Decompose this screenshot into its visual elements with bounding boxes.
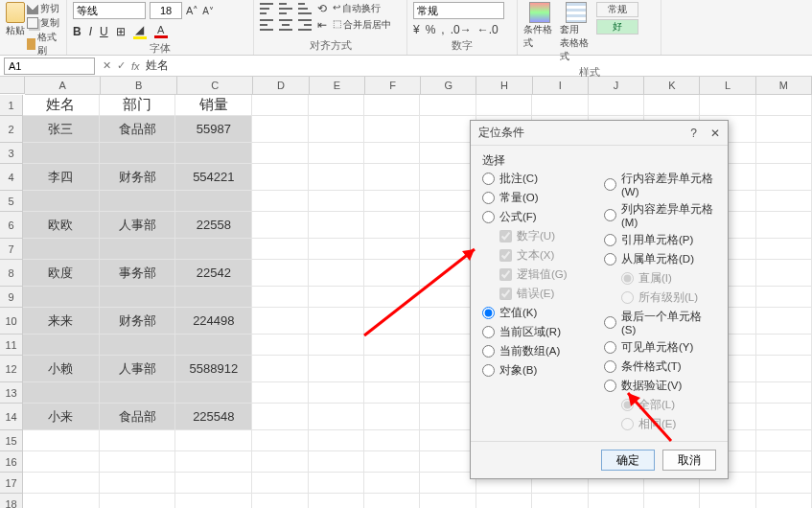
cell[interactable] bbox=[252, 494, 308, 508]
radio-object[interactable]: 对象(B) bbox=[482, 363, 594, 378]
cell[interactable] bbox=[175, 451, 252, 473]
cell[interactable] bbox=[756, 335, 812, 356]
cell[interactable] bbox=[364, 308, 420, 335]
cell[interactable] bbox=[476, 494, 532, 508]
cell[interactable]: 食品部 bbox=[100, 116, 176, 143]
radio-formula[interactable]: 公式(F) bbox=[482, 210, 594, 224]
cell[interactable] bbox=[100, 473, 176, 494]
column-header[interactable]: I bbox=[533, 77, 589, 94]
cell[interactable] bbox=[364, 260, 420, 287]
bold-button[interactable]: B bbox=[73, 25, 81, 38]
font-name-select[interactable] bbox=[73, 2, 146, 19]
cell-style-good[interactable]: 好 bbox=[596, 19, 638, 35]
cell[interactable] bbox=[420, 494, 476, 508]
cell[interactable] bbox=[252, 116, 308, 143]
format-painter-button[interactable]: 格式刷 bbox=[27, 31, 60, 58]
row-header[interactable]: 4 bbox=[0, 164, 23, 191]
cell[interactable] bbox=[309, 382, 364, 404]
cell[interactable] bbox=[252, 430, 308, 451]
radio-coldiff[interactable]: 列内容差异单元格(M) bbox=[604, 202, 716, 228]
row-header[interactable]: 9 bbox=[0, 287, 23, 308]
merge-center-button[interactable]: ⬚合并后居中 bbox=[333, 18, 391, 32]
cell[interactable] bbox=[756, 473, 812, 494]
cell[interactable] bbox=[23, 494, 100, 508]
radio-blank[interactable]: 空值(K) bbox=[482, 306, 594, 320]
radio-visible[interactable]: 可见单元格(Y) bbox=[604, 340, 716, 355]
row-header[interactable]: 1 bbox=[0, 95, 23, 116]
cell[interactable] bbox=[252, 260, 308, 287]
cell[interactable] bbox=[420, 143, 476, 164]
cell[interactable]: 小赖 bbox=[23, 356, 100, 382]
row-header[interactable]: 7 bbox=[0, 239, 23, 260]
column-header[interactable]: A bbox=[25, 77, 101, 94]
column-header[interactable]: L bbox=[700, 77, 755, 94]
radio-precedent[interactable]: 引用单元格(P) bbox=[604, 233, 716, 247]
cell[interactable] bbox=[175, 191, 252, 212]
cell[interactable] bbox=[309, 116, 364, 143]
cell[interactable] bbox=[756, 494, 812, 508]
accounting-button[interactable]: ¥ bbox=[413, 23, 420, 36]
cell[interactable] bbox=[756, 116, 812, 143]
cell[interactable] bbox=[420, 356, 476, 382]
cell[interactable] bbox=[364, 451, 420, 473]
cell[interactable] bbox=[309, 473, 364, 494]
cell[interactable] bbox=[252, 191, 308, 212]
cell[interactable] bbox=[23, 382, 100, 404]
align-center-icon[interactable] bbox=[279, 19, 292, 31]
cell[interactable] bbox=[756, 143, 812, 164]
cell[interactable] bbox=[309, 143, 364, 164]
radio-datavalid[interactable]: 数据验证(V) bbox=[604, 379, 716, 393]
column-header[interactable]: G bbox=[421, 77, 476, 94]
cell[interactable]: 55987 bbox=[175, 116, 252, 143]
cell[interactable] bbox=[23, 143, 100, 164]
column-header[interactable]: H bbox=[476, 77, 532, 94]
column-header[interactable]: F bbox=[365, 77, 421, 94]
cell[interactable] bbox=[309, 260, 364, 287]
cell[interactable] bbox=[532, 95, 588, 116]
cell[interactable] bbox=[309, 191, 364, 212]
cell[interactable] bbox=[756, 430, 812, 451]
cell[interactable]: 事务部 bbox=[100, 260, 176, 287]
column-header[interactable]: K bbox=[644, 77, 700, 94]
cut-button[interactable]: 剪切 bbox=[27, 2, 60, 15]
cell[interactable]: 225548 bbox=[175, 404, 252, 430]
cell[interactable] bbox=[23, 451, 100, 473]
fill-color-button[interactable]: ◢ bbox=[133, 23, 147, 39]
cell[interactable] bbox=[364, 143, 420, 164]
column-header[interactable]: J bbox=[589, 77, 644, 94]
radio-array[interactable]: 当前数组(A) bbox=[482, 344, 594, 358]
radio-condfmt[interactable]: 条件格式(T) bbox=[604, 359, 716, 374]
cell[interactable]: 张三 bbox=[23, 116, 100, 143]
cell[interactable]: 来来 bbox=[23, 308, 100, 335]
ok-button[interactable]: 确定 bbox=[601, 450, 655, 471]
row-header[interactable]: 13 bbox=[0, 382, 23, 404]
cell[interactable] bbox=[100, 335, 176, 356]
cell[interactable] bbox=[756, 356, 812, 382]
cell[interactable] bbox=[364, 191, 420, 212]
cell[interactable] bbox=[364, 404, 420, 430]
cell[interactable]: 22558 bbox=[175, 212, 252, 239]
align-right-icon[interactable] bbox=[298, 19, 312, 31]
cell[interactable] bbox=[175, 430, 252, 451]
row-header[interactable]: 8 bbox=[0, 260, 23, 287]
column-header[interactable]: B bbox=[101, 77, 176, 94]
cell[interactable] bbox=[100, 430, 176, 451]
cell[interactable] bbox=[100, 239, 176, 260]
cell[interactable]: 人事部 bbox=[100, 356, 176, 382]
cell[interactable] bbox=[364, 164, 420, 191]
cell[interactable] bbox=[309, 494, 364, 508]
dialog-help-icon[interactable]: ? bbox=[690, 127, 697, 140]
cell[interactable] bbox=[420, 430, 476, 451]
cell[interactable] bbox=[309, 164, 364, 191]
cell[interactable]: 欧欧 bbox=[23, 212, 100, 239]
radio-dependent[interactable]: 从属单元格(D) bbox=[604, 252, 716, 266]
comma-button[interactable]: , bbox=[441, 23, 444, 36]
cell[interactable]: 人事部 bbox=[100, 212, 176, 239]
cell[interactable] bbox=[420, 239, 476, 260]
cell[interactable] bbox=[175, 239, 252, 260]
fx-icon[interactable]: fx bbox=[131, 60, 140, 72]
formula-input[interactable] bbox=[146, 59, 337, 73]
increase-decimal-icon[interactable]: .0→ bbox=[451, 23, 472, 36]
cell[interactable] bbox=[23, 335, 100, 356]
cell[interactable] bbox=[756, 260, 812, 287]
